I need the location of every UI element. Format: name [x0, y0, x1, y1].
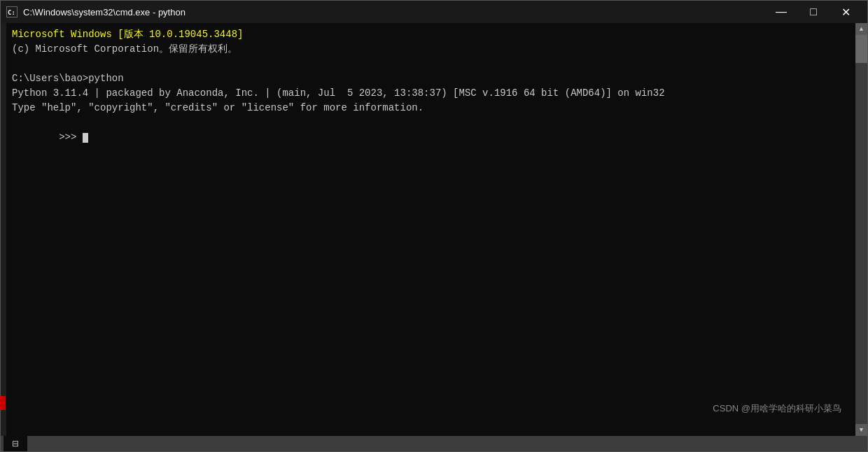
terminal-line-2: (c) Microsoft Corporation。保留所有权利。 [12, 42, 850, 57]
scroll-track[interactable] [855, 35, 867, 424]
scroll-up-arrow[interactable]: ▲ [855, 23, 867, 35]
bottom-bar: ⊟ [1, 436, 867, 451]
prompt-text: >>> [59, 132, 83, 143]
content-area: Microsoft Windows [版本 10.0.19045.3448] (… [1, 23, 867, 436]
watermark: CSDN @用啥学哈的科研小菜鸟 [713, 402, 841, 415]
cmd-icon: C: [6, 6, 18, 17]
bottom-tab-label: ⊟ [12, 439, 19, 449]
terminal-area[interactable]: Microsoft Windows [版本 10.0.19045.3448] (… [6, 23, 855, 436]
red-marker [1, 396, 6, 410]
terminal-line-4: C:\Users\bao>python [12, 71, 850, 86]
terminal-line-3 [12, 57, 850, 71]
scroll-down-arrow[interactable]: ▼ [855, 424, 867, 436]
window-controls: — □ ✕ [765, 1, 862, 23]
terminal-prompt[interactable]: >>> [12, 115, 850, 160]
terminal-line-5: Python 3.11.4 | packaged by Anaconda, In… [12, 86, 850, 101]
cmd-window: C: C:\Windows\system32\cmd.exe - python … [0, 0, 868, 452]
scroll-thumb[interactable] [855, 35, 867, 63]
close-button[interactable]: ✕ [830, 1, 862, 23]
maximize-button[interactable]: □ [797, 1, 830, 23]
title-bar: C: C:\Windows\system32\cmd.exe - python … [1, 1, 867, 23]
terminal-line-6: Type "help", "copyright", "credits" or "… [12, 101, 850, 115]
window-title: C:\Windows\system32\cmd.exe - python [23, 7, 186, 17]
svg-text:C:: C: [8, 9, 15, 16]
title-bar-left: C: C:\Windows\system32\cmd.exe - python [6, 6, 186, 17]
cursor [83, 133, 88, 143]
bottom-tab[interactable]: ⊟ [4, 436, 27, 451]
terminal-line-1: Microsoft Windows [版本 10.0.19045.3448] [12, 27, 850, 42]
minimize-button[interactable]: — [765, 1, 797, 23]
left-scroll-area [1, 23, 6, 436]
right-scrollbar[interactable]: ▲ ▼ [855, 23, 867, 436]
